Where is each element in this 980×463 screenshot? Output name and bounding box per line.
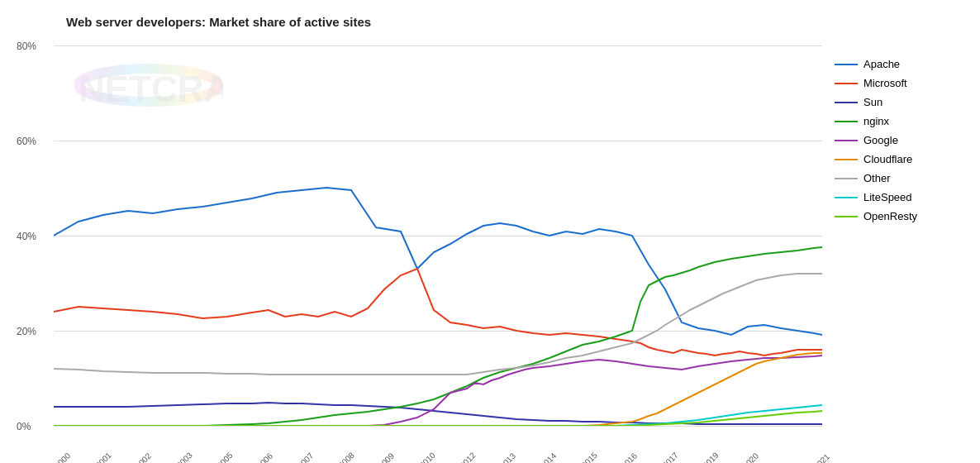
x-label-1: Aug 2001 [82,451,113,463]
legend-item-nginx: nginx [835,115,917,127]
legend-line-microsoft [835,83,858,84]
x-label-4: Feb 2005 [203,451,235,463]
nginx-line [54,247,822,426]
chart-container: Web server developers: Market share of a… [0,0,980,463]
legend-label-sun: Sun [863,96,882,108]
x-label-17: Apr 2020 [730,451,760,463]
y-label-60: 60% [17,136,36,147]
x-label-6: Jun 2007 [284,451,315,463]
x-label-18: Jul 2021 [803,452,832,463]
legend-item-cloudflare: Cloudflare [835,153,917,165]
cloudflare-line [54,353,822,426]
google-line [54,356,822,426]
legend: Apache Microsoft Sun nginx Google Cloudf… [835,58,917,229]
x-label-3: Dec 2003 [163,451,194,463]
chart-title: Web server developers: Market share of a… [66,15,371,29]
x-label-0: Jun 2000 [41,451,72,463]
legend-label-other: Other [863,172,891,184]
litespeed-line [54,405,822,426]
x-label-12: Jun 2014 [527,451,558,463]
y-label-80: 80% [17,41,36,52]
legend-label-litespeed: LiteSpeed [863,191,912,203]
legend-line-other [835,178,858,179]
y-label-40: 40% [17,231,36,242]
x-label-8: Oct 2009 [366,451,396,463]
legend-label-cloudflare: Cloudflare [863,153,912,165]
chart-area: 80% 60% 40% 20% 0% [54,45,822,426]
x-label-5: Apr 2006 [245,451,274,463]
legend-line-sun [835,102,858,103]
legend-label-nginx: nginx [863,115,889,127]
chart-svg [54,45,822,426]
x-label-14: Oct 2016 [609,451,639,463]
legend-label-openresty: OpenResty [863,210,917,222]
legend-line-openresty [835,216,858,217]
y-label-0: 0% [17,421,31,432]
y-label-20: 20% [17,326,36,337]
x-label-10: Feb 2012 [446,451,478,463]
legend-item-sun: Sun [835,96,917,108]
x-label-9: Dec 2010 [406,451,437,463]
legend-label-microsoft: Microsoft [863,77,907,89]
legend-label-apache: Apache [863,58,900,70]
legend-item-microsoft: Microsoft [835,77,917,89]
other-line [54,274,822,375]
legend-line-google [835,140,858,141]
legend-line-cloudflare [835,159,858,160]
x-label-2: Oct 2002 [123,451,153,463]
x-label-16: Feb 2019 [689,451,721,463]
microsoft-line [54,269,822,356]
x-label-11: Apr 2013 [488,451,517,463]
legend-line-apache [835,64,858,65]
legend-item-google: Google [835,134,917,146]
legend-item-litespeed: LiteSpeed [835,191,917,203]
legend-line-nginx [835,121,858,122]
legend-label-google: Google [863,134,898,146]
legend-line-litespeed [835,197,858,198]
grid-line-0: 0% [54,426,822,427]
x-label-13: Aug 2015 [568,451,599,463]
x-label-7: Aug 2008 [325,451,356,463]
x-label-15: Dec 2017 [649,451,680,463]
legend-item-openresty: OpenResty [835,210,917,222]
legend-item-other: Other [835,172,917,184]
legend-item-apache: Apache [835,58,917,70]
